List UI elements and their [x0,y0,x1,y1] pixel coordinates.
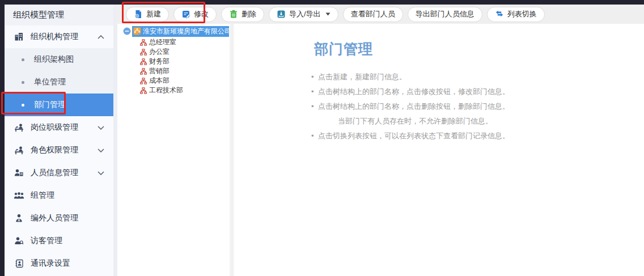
tree-root-label: 淮安市新璀璨房地产有限公司 [143,27,231,36]
department-tree-panel: 淮安市新璀璨房地产有限公司 总经理室办公室财务部营销部成本部工程技术部 [117,24,229,276]
edit-doc-icon [181,10,190,19]
instruction-list: 点击新建，新建部门信息。点击树结构上的部门名称，点击修改按钮，修改部门信息。点击… [311,70,644,143]
instruction-line: 点击新建，新建部门信息。 [311,70,644,84]
button-label: 删除 [242,9,256,19]
person-card-icon [14,168,24,178]
tree-node-label: 办公室 [149,47,170,57]
sidebar-item-label: 人员信息管理 [31,168,78,178]
sidebar-item-personnel-info-mgmt[interactable]: 人员信息管理 [5,162,113,184]
toggle-list-view-button[interactable]: 列表切换 [487,7,545,22]
window-left-frame [0,0,5,276]
tree-node-label: 财务部 [149,57,170,66]
delete-button[interactable]: 删除 [221,7,264,22]
person-badge-icon [14,214,24,223]
bullet-dot-icon [22,58,24,61]
tree-node[interactable]: 办公室 [140,47,229,57]
instruction-line: 当部门下有人员存在时，不允许删除部门信息。 [311,114,644,129]
sidebar-item-contacts-settings[interactable]: 通讯录设置 [5,252,113,275]
tree-node-label: 总经理室 [149,37,176,47]
tree-children: 总经理室办公室财务部营销部成本部工程技术部 [140,37,229,95]
toolbar: 新建修改删除导入/导出查看部门人员导出部门人员信息列表切换 [117,5,644,24]
tree-root-row: 淮安市新璀璨房地产有限公司 [123,26,229,36]
contacts-book-icon [14,259,24,269]
import-export-button[interactable]: 导入/导出 [269,7,338,22]
swap-arrows-icon [495,10,504,19]
button-label: 查看部门人员 [351,9,395,19]
button-label: 导出部门人员信息 [416,9,474,19]
page-title: 部门管理 [314,40,644,58]
chevron-down-icon [98,148,104,152]
bullet-dot-icon [22,81,24,84]
button-label: 修改 [194,9,209,19]
tree-scrollbar[interactable] [229,24,235,276]
tree-node-label: 营销部 [149,66,170,76]
department-icon [140,87,147,94]
trash-icon [229,10,238,19]
tree-node[interactable]: 营销部 [140,66,229,76]
tree-node[interactable]: 总经理室 [140,37,229,47]
instruction-line: 点击树结构上的部门名称，点击修改按钮，修改部门信息。 [311,84,644,99]
tree-collapse-icon[interactable] [123,27,131,35]
department-icon [140,68,147,75]
sidebar-item-department-mgmt[interactable]: 部门管理 [5,94,113,116]
button-label: 列表切换 [507,9,537,19]
import-export-icon [277,10,286,19]
sidebar-item-group-mgmt[interactable]: 组管理 [5,184,113,207]
sidebar-item-role-permission-mgmt[interactable]: 角色权限管理 [5,139,113,162]
sidebar-item-unit-mgmt[interactable]: 单位管理 [5,71,113,94]
sidebar-item-label: 岗位职级管理 [31,122,78,133]
sidebar-item-label: 部门管理 [34,100,66,110]
view-department-members-button[interactable]: 查看部门人员 [343,7,403,22]
sidebar: 组织模型管理 组织机构管理组织架构图单位管理部门管理岗位职级管理角色权限管理人员… [5,5,113,276]
sidebar-item-visitor-mgmt[interactable]: 访客管理 [5,230,113,252]
sidebar-item-label: 组管理 [31,190,54,201]
person-desk-icon [14,146,24,155]
person-desk-icon [14,123,24,133]
instruction-line: 点击切换列表按钮，可以在列表状态下查看部门记录信息。 [311,129,644,143]
sidebar-item-label: 组织架构图 [34,54,74,65]
tree-root-node[interactable]: 淮安市新璀璨房地产有限公司 [132,26,233,37]
new-doc-icon [134,10,143,19]
chevron-down-icon [98,126,104,130]
sidebar-divider [113,5,117,276]
department-icon [140,49,147,56]
sidebar-item-org-chart[interactable]: 组织架构图 [5,48,113,71]
sidebar-item-label: 组织机构管理 [31,32,78,42]
department-icon [140,39,147,46]
sidebar-item-label: 编外人员管理 [31,213,78,223]
building-icon [14,32,24,42]
visitor-icon [14,236,24,246]
sidebar-title: 组织模型管理 [5,5,113,26]
tree-node[interactable]: 成本部 [140,76,229,86]
sidebar-menu: 组织机构管理组织架构图单位管理部门管理岗位职级管理角色权限管理人员信息管理组管理… [5,26,113,275]
tree-node[interactable]: 工程技术部 [140,86,229,95]
sidebar-item-label: 访客管理 [31,236,62,246]
main-content: 部门管理 点击新建，新建部门信息。点击树结构上的部门名称，点击修改按钮，修改部门… [235,24,644,276]
sidebar-item-label: 通讯录设置 [31,258,70,269]
sidebar-item-label: 角色权限管理 [31,145,78,155]
sidebar-item-post-rank-mgmt[interactable]: 岗位职级管理 [5,116,113,139]
window-top-frame [0,0,644,5]
sidebar-item-external-personnel-mgmt[interactable]: 编外人员管理 [5,207,113,230]
tree-node[interactable]: 财务部 [140,57,229,66]
chevron-up-icon [98,35,104,39]
button-label: 新建 [146,9,161,19]
company-icon [133,27,141,35]
department-icon [140,78,147,84]
chevron-down-icon [98,171,104,175]
department-icon [140,58,147,65]
caret-down-icon [325,12,331,16]
export-department-members-button[interactable]: 导出部门人员信息 [408,7,482,22]
edit-button[interactable]: 修改 [173,7,217,22]
tree-node-label: 成本部 [149,76,170,86]
group-icon [14,191,24,201]
button-label: 导入/导出 [289,9,321,19]
sidebar-item-org-structure-mgmt[interactable]: 组织机构管理 [5,26,113,48]
sidebar-item-label: 单位管理 [34,77,66,87]
tree-node-label: 工程技术部 [149,86,183,95]
bullet-dot-icon [22,104,24,107]
new-button[interactable]: 新建 [126,7,169,22]
instruction-line: 点击树结构上的部门名称，点击删除按钮，删除部门信息。 [311,99,644,114]
